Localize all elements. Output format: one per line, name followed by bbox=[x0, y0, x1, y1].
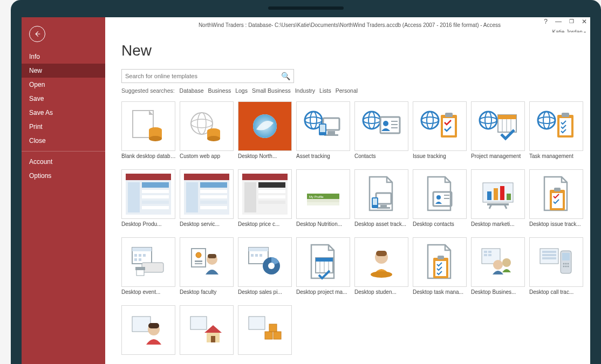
svg-rect-59 bbox=[200, 182, 227, 188]
suggested-lists[interactable]: Lists bbox=[319, 87, 331, 94]
call-icon bbox=[529, 237, 583, 287]
suggested-small-business[interactable]: Small Business bbox=[252, 87, 291, 94]
svg-point-22 bbox=[368, 112, 375, 129]
template-tile[interactable]: Task management bbox=[529, 101, 584, 167]
template-tile[interactable]: Desktop call trac... bbox=[529, 237, 584, 303]
template-tile[interactable]: Blank desktop database bbox=[121, 101, 176, 167]
template-label: Desktop Busines... bbox=[471, 289, 526, 303]
template-tile[interactable]: Desktop issue track... bbox=[529, 169, 584, 235]
svg-point-35 bbox=[480, 117, 497, 123]
globe-db-icon bbox=[180, 101, 234, 151]
form-blue-icon bbox=[180, 169, 234, 219]
template-tile[interactable]: Desktop asset track... bbox=[354, 169, 409, 235]
restore-icon[interactable]: ❐ bbox=[569, 19, 574, 24]
template-tile[interactable]: Desktop price c... bbox=[238, 169, 293, 235]
svg-point-30 bbox=[427, 112, 433, 129]
svg-rect-139 bbox=[542, 257, 556, 259]
template-tile[interactable]: Desktop Busines... bbox=[471, 237, 526, 303]
close-icon[interactable]: ✕ bbox=[582, 18, 587, 25]
blank-db-icon bbox=[121, 101, 175, 151]
business-icon bbox=[471, 237, 525, 287]
template-tile[interactable]: Asset tracking bbox=[296, 101, 351, 167]
sales-icon bbox=[238, 237, 292, 287]
form-blue2-icon bbox=[238, 169, 292, 219]
template-label: Desktop North... bbox=[238, 153, 293, 167]
svg-rect-154 bbox=[249, 317, 265, 329]
search-box[interactable]: 🔍 bbox=[121, 69, 294, 83]
template-tile[interactable]: Desktop project ma... bbox=[296, 237, 351, 303]
svg-rect-76 bbox=[380, 205, 387, 207]
template-label: Blank desktop database bbox=[121, 153, 176, 167]
template-tile[interactable]: Desktop task mana... bbox=[413, 237, 468, 303]
nav-item-open[interactable]: Open bbox=[22, 78, 105, 92]
svg-rect-55 bbox=[142, 206, 169, 209]
template-tile[interactable]: Desktop contacts bbox=[413, 169, 468, 235]
svg-point-36 bbox=[485, 112, 491, 129]
svg-rect-70 bbox=[258, 201, 285, 204]
nav-item-close[interactable]: Close bbox=[22, 134, 105, 148]
northwind-icon bbox=[238, 101, 292, 151]
template-tile[interactable]: Desktop studen... bbox=[354, 237, 409, 303]
student-icon bbox=[354, 237, 408, 287]
nav-item-info[interactable]: Info bbox=[22, 50, 105, 64]
template-tile[interactable]: Issue tracking bbox=[413, 101, 468, 167]
template-tile[interactable]: Desktop event... bbox=[121, 237, 176, 303]
svg-rect-33 bbox=[445, 113, 453, 117]
search-input[interactable] bbox=[125, 73, 281, 79]
nav-item-print[interactable]: Print bbox=[22, 120, 105, 134]
back-button[interactable] bbox=[29, 26, 45, 42]
nutrition-icon: My Profile bbox=[296, 169, 350, 219]
template-tile[interactable] bbox=[121, 305, 176, 364]
template-tile[interactable]: Desktop marketi... bbox=[471, 169, 526, 235]
svg-rect-156 bbox=[274, 332, 281, 339]
suggested-database[interactable]: Database bbox=[180, 87, 204, 94]
svg-point-145 bbox=[563, 266, 565, 267]
svg-rect-73 bbox=[307, 202, 339, 205]
search-icon[interactable]: 🔍 bbox=[281, 72, 290, 80]
template-tile[interactable]: Desktop North... bbox=[238, 101, 293, 167]
svg-rect-52 bbox=[142, 190, 169, 193]
template-tile[interactable]: Desktop Produ... bbox=[121, 169, 176, 235]
svg-rect-85 bbox=[487, 191, 491, 200]
suggested-personal[interactable]: Personal bbox=[336, 87, 358, 94]
nav-item-save[interactable]: Save bbox=[22, 92, 105, 106]
minimize-icon[interactable]: — bbox=[555, 18, 562, 25]
task-doc-icon bbox=[413, 237, 467, 287]
svg-rect-64 bbox=[242, 174, 288, 180]
template-label: Desktop project ma... bbox=[296, 289, 351, 303]
suggested-searches: Suggested searches: DatabaseBusinessLogs… bbox=[121, 87, 579, 94]
svg-text:My Profile: My Profile bbox=[309, 195, 324, 198]
svg-rect-100 bbox=[134, 258, 137, 261]
template-tile[interactable]: Project management bbox=[471, 101, 526, 167]
svg-point-42 bbox=[538, 112, 555, 129]
help-icon[interactable]: ? bbox=[544, 18, 548, 25]
suggested-business[interactable]: Business bbox=[208, 87, 231, 94]
template-label: Contacts bbox=[354, 153, 409, 167]
template-tile[interactable]: Desktop servic... bbox=[180, 169, 235, 235]
svg-rect-157 bbox=[269, 324, 277, 332]
svg-rect-51 bbox=[142, 182, 169, 188]
arrow-left-icon bbox=[33, 30, 41, 38]
template-tile[interactable] bbox=[180, 305, 235, 364]
template-tile[interactable]: Custom web app bbox=[180, 101, 235, 167]
template-label: Task management bbox=[529, 153, 584, 167]
svg-point-146 bbox=[565, 266, 567, 267]
svg-rect-94 bbox=[554, 188, 561, 191]
template-tile[interactable]: Desktop sales pi... bbox=[238, 237, 293, 303]
nav-item-options[interactable]: Options bbox=[22, 169, 105, 183]
svg-rect-48 bbox=[126, 174, 171, 180]
template-tile[interactable]: Desktop faculty bbox=[180, 237, 235, 303]
nav-item-account[interactable]: Account bbox=[22, 155, 105, 169]
suggested-logs[interactable]: Logs bbox=[235, 87, 248, 94]
nav-item-saveas[interactable]: Save As bbox=[22, 106, 105, 120]
template-tile[interactable] bbox=[238, 305, 293, 364]
template-tile[interactable]: Contacts bbox=[354, 101, 409, 167]
svg-rect-96 bbox=[132, 248, 152, 251]
event-icon bbox=[121, 237, 175, 287]
svg-point-3 bbox=[149, 136, 162, 141]
svg-rect-38 bbox=[498, 115, 516, 119]
suggested-industry[interactable]: Industry bbox=[295, 87, 315, 94]
svg-rect-148 bbox=[132, 317, 151, 332]
template-tile[interactable]: My ProfileDesktop Nutrition... bbox=[296, 169, 351, 235]
nav-item-new[interactable]: New bbox=[22, 64, 105, 78]
